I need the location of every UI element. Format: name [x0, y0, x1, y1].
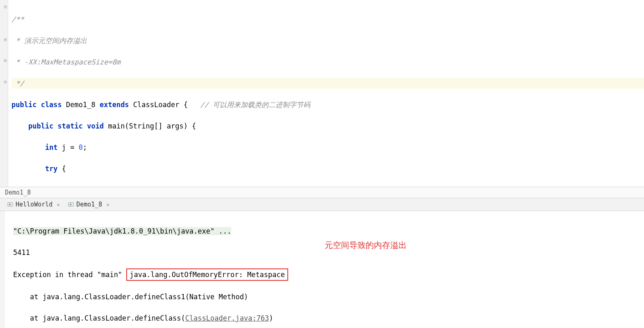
- comment: */: [11, 79, 24, 87]
- fold-icon[interactable]: ⊟: [4, 4, 9, 9]
- breadcrumb-item[interactable]: Demo1_8: [5, 189, 31, 196]
- code-text: j =: [58, 143, 79, 151]
- keyword: try: [45, 165, 58, 173]
- run-tab-helloworld[interactable]: HelloWorld ×: [3, 198, 64, 211]
- code-text: ClassLoader {: [129, 101, 192, 109]
- tab-label: HelloWorld: [16, 201, 52, 208]
- keyword: extends: [100, 101, 129, 109]
- error-highlight-box: java.lang.OutOfMemoryError: Metaspace: [126, 268, 288, 281]
- editor-gutter: ⊟ ⊟ ⊟ ⊟: [0, 0, 8, 187]
- comment: * 演示元空间内存溢出: [11, 37, 87, 45]
- comment: * -XX:MaxMetaspaceSize=8m: [11, 58, 121, 66]
- exception-prefix: Exception in thread "main": [13, 271, 126, 279]
- run-tab-demo18[interactable]: Demo1_8 ×: [64, 198, 114, 211]
- breadcrumb[interactable]: Demo1_8: [0, 187, 644, 198]
- keyword: public class: [11, 101, 62, 109]
- number: 0: [79, 143, 83, 151]
- code-text: Demo1_8();: [137, 186, 184, 187]
- comment: // 可以用来加载类的二进制字节码: [192, 101, 310, 109]
- keyword: int: [45, 143, 58, 151]
- code-text: ;: [83, 143, 87, 151]
- method-sig: main(String[] args) {: [104, 122, 196, 130]
- svg-marker-3: [70, 203, 72, 205]
- console-content[interactable]: "C:\Program Files\Java\jdk1.8.0_91\bin\j…: [13, 215, 644, 328]
- fold-icon[interactable]: ⊟: [4, 37, 9, 42]
- close-icon[interactable]: ×: [57, 202, 60, 208]
- stack-trace-line: ): [269, 314, 273, 322]
- editor-pane: ⊟ ⊟ ⊟ ⊟ /** * 演示元空间内存溢出 * -XX:MaxMetaspa…: [0, 0, 644, 187]
- keyword: public static void: [28, 122, 104, 130]
- run-config-icon: [68, 202, 74, 207]
- code-text: {: [58, 165, 66, 173]
- tab-label: Demo1_8: [76, 201, 102, 208]
- fold-icon[interactable]: ⊟: [4, 79, 9, 84]
- command-line: "C:\Program Files\Java\jdk1.8.0_91\bin\j…: [13, 227, 231, 235]
- stack-trace-line: at java.lang.ClassLoader.defineClass1(Na…: [13, 291, 644, 302]
- console-pane: "C:\Program Files\Java\jdk1.8.0_91\bin\j…: [0, 211, 644, 328]
- annotation-label: 元空间导致的内存溢出: [325, 240, 407, 250]
- keyword: new: [125, 186, 137, 187]
- code-area[interactable]: /** * 演示元空间内存溢出 * -XX:MaxMetaspaceSize=8…: [11, 0, 644, 187]
- class-name: Demo1_8: [62, 101, 100, 109]
- console-toolbar[interactable]: [0, 211, 5, 328]
- stack-trace-line: at java.lang.ClassLoader.defineClass(: [13, 314, 185, 322]
- fold-icon[interactable]: ⊟: [4, 58, 9, 63]
- code-text: Demo1_8 test =: [62, 186, 125, 187]
- close-icon[interactable]: ×: [106, 202, 109, 208]
- stack-trace-link[interactable]: ClassLoader.java:763: [185, 314, 269, 322]
- run-config-icon: [7, 202, 13, 207]
- run-tabs-row: HelloWorld × Demo1_8 ×: [0, 198, 644, 211]
- svg-marker-1: [9, 203, 11, 205]
- comment: /**: [11, 15, 24, 23]
